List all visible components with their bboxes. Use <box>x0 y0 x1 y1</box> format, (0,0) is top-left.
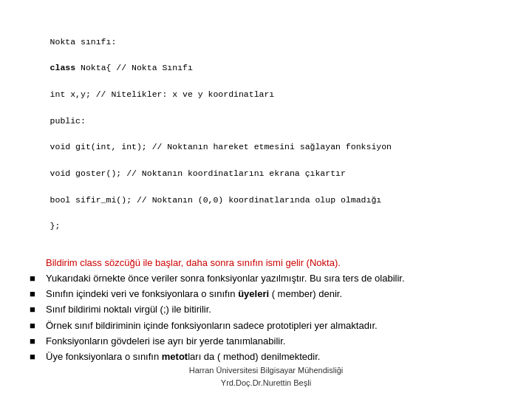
bullet-marker: ■ <box>30 272 46 285</box>
highlight-text: Bildirim class sözcüğü ile başlar, daha … <box>30 256 502 270</box>
bullet-text: Yukarıdaki örnekte önce veriler sonra fo… <box>46 272 502 285</box>
bullet-marker: ■ <box>30 335 46 348</box>
footer-line1: Harran Üniversitesi Bilgisayar Mühendisl… <box>0 364 532 377</box>
code-line-4: public: <box>50 116 86 126</box>
list-item: ■ Sınıfın içindeki veri ve fonksiyonlara… <box>30 287 502 301</box>
code-line-7: bool sifir_mi(); // Noktanın (0,0) koord… <box>50 195 382 205</box>
code-line-5: void git(int, int); // Noktanın hareket … <box>50 142 392 151</box>
bullet-marker: ■ <box>30 350 46 364</box>
code-line-8: }; <box>50 221 61 231</box>
bullet-text: Üye fonksiyonlara o sınıfın metotları da… <box>46 350 502 364</box>
code-block: Nokta sınıfı: class Nokta{ // Nokta Sını… <box>30 22 502 246</box>
list-item: ■ Sınıf bildirimi noktalı virgül (;) ile… <box>30 303 502 316</box>
list-item: ■ Yukarıdaki örnekte önce veriler sonra … <box>30 272 502 285</box>
code-line-6: void goster(); // Noktanın koordinatları… <box>50 168 346 178</box>
code-line-2: class Nokta{ // Nokta Sınıfı <box>50 63 193 72</box>
bullet-text: Sınıfın içindeki veri ve fonksiyonlara o… <box>46 287 502 301</box>
list-item: ■ Örnek sınıf bildiriminin içinde fonksi… <box>30 319 502 332</box>
code-line-3: int x,y; // Nitelikler: x ve y koordinat… <box>50 89 275 99</box>
bullet-list: ■ Yukarıdaki örnekte önce veriler sonra … <box>30 272 502 366</box>
bullet-marker: ■ <box>30 303 46 316</box>
bullet-marker: ■ <box>30 319 46 332</box>
bullet-text: Sınıf bildirimi noktalı virgül (;) ile b… <box>46 303 502 316</box>
bullet-marker: ■ <box>30 287 46 301</box>
footer-line2: Yrd.Doç.Dr.Nurettin Beşli <box>0 377 532 389</box>
page-container: Nokta sınıfı: class Nokta{ // Nokta Sını… <box>0 0 532 399</box>
code-line-1: Nokta sınıfı: <box>50 37 117 47</box>
list-item: ■ Fonksiyonların gövdeleri ise ayrı bir … <box>30 335 502 348</box>
footer: Harran Üniversitesi Bilgisayar Mühendisl… <box>0 364 532 389</box>
bullet-text: Örnek sınıf bildiriminin içinde fonksiyo… <box>46 319 502 332</box>
list-item: ■ Üye fonksiyonlara o sınıfın metotları … <box>30 350 502 364</box>
bullet-text: Fonksiyonların gövdeleri ise ayrı bir ye… <box>46 335 502 348</box>
